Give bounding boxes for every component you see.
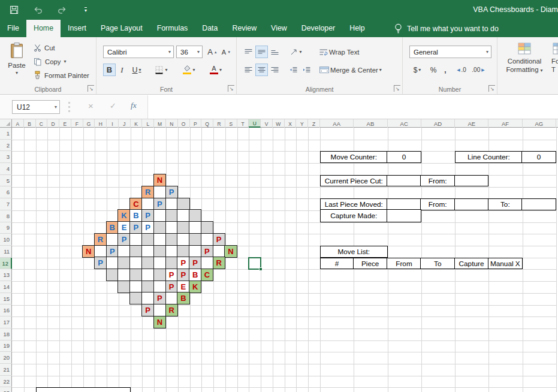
board-cell-r9-c10[interactable]: E bbox=[117, 221, 130, 234]
cell-last-piece-moved-label[interactable]: Last Piece Moved: bbox=[320, 198, 388, 210]
board-cell-r13-c10[interactable] bbox=[117, 269, 130, 281]
cell-move-counter-label[interactable]: Move Counter: bbox=[320, 151, 388, 163]
cell-current-piece-cut-label[interactable]: Current Piece Cut: bbox=[320, 175, 388, 187]
board-cell-r7-c11[interactable]: C bbox=[129, 198, 142, 210]
column-header-R[interactable]: R bbox=[213, 119, 225, 128]
board-cell-r12-c12[interactable] bbox=[141, 257, 154, 269]
board-cell-r14-c14[interactable]: P bbox=[165, 281, 178, 293]
row-header-15[interactable]: 15 bbox=[0, 293, 12, 305]
cell-capture-made-value[interactable] bbox=[387, 209, 421, 222]
row-header-12[interactable]: 12 bbox=[0, 258, 12, 270]
row-header-10[interactable]: 10 bbox=[0, 234, 12, 246]
board-cell-r13-c12[interactable] bbox=[141, 269, 154, 281]
board-cell-r14-c12[interactable] bbox=[141, 281, 154, 293]
board-cell-r11-c10[interactable] bbox=[117, 245, 130, 258]
board-cell-r10-c16[interactable] bbox=[189, 233, 201, 246]
column-header-AC[interactable]: AC bbox=[388, 119, 421, 128]
board-cell-r12-c10[interactable] bbox=[117, 257, 130, 269]
board-cell-r9-c17[interactable] bbox=[201, 221, 213, 234]
board-cell-r8-c12[interactable]: P bbox=[141, 209, 154, 222]
board-cell-r13-c11[interactable] bbox=[129, 269, 142, 281]
cell-line-counter-label[interactable]: Line Counter: bbox=[455, 151, 523, 163]
board-cell-r13-c15[interactable]: P bbox=[177, 269, 189, 281]
column-header-H[interactable]: H bbox=[95, 119, 107, 128]
board-cell-r9-c13[interactable] bbox=[153, 221, 166, 234]
board-cell-r11-c8[interactable] bbox=[94, 245, 107, 258]
board-cell-r8-c13[interactable] bbox=[153, 209, 166, 222]
board-cell-r11-c15[interactable] bbox=[177, 245, 189, 258]
row-header-20[interactable]: 20 bbox=[0, 352, 12, 364]
board-cell-r15-c13[interactable]: P bbox=[153, 292, 166, 304]
column-header-E[interactable]: E bbox=[59, 119, 71, 128]
board-cell-r11-c7[interactable]: N bbox=[82, 245, 95, 258]
row-header-4[interactable]: 4 bbox=[0, 163, 12, 175]
board-cell-r10-c14[interactable] bbox=[165, 233, 178, 246]
row-header-8[interactable]: 8 bbox=[0, 210, 12, 222]
board-cell-r12-c13[interactable] bbox=[153, 257, 166, 269]
column-header-J[interactable]: J bbox=[119, 119, 131, 128]
board-cell-r12-c15[interactable]: P bbox=[177, 257, 189, 269]
column-header-L[interactable]: L bbox=[142, 119, 154, 128]
cell-move-list-header-capture[interactable]: Capture bbox=[454, 258, 489, 270]
board-cell-r14-c15[interactable]: E bbox=[177, 281, 189, 293]
row-header-7[interactable]: 7 bbox=[0, 198, 12, 210]
column-header-C[interactable]: C bbox=[36, 119, 48, 128]
cell-move-list-title[interactable]: Move List: bbox=[320, 246, 388, 258]
cell-line-counter-value[interactable]: 0 bbox=[521, 151, 556, 163]
board-cell-r10-c8[interactable]: R bbox=[94, 233, 107, 246]
board-cell-r10-c10[interactable]: P bbox=[117, 233, 130, 246]
board-cell-r11-c12[interactable] bbox=[141, 245, 154, 258]
cell-move-counter-value[interactable]: 0 bbox=[387, 151, 421, 163]
row-header-3[interactable]: 3 bbox=[0, 151, 12, 163]
board-cell-r9-c14[interactable] bbox=[165, 221, 178, 234]
board-cell-r12-c11[interactable] bbox=[129, 257, 142, 269]
board-cell-r5-c13[interactable]: N bbox=[153, 174, 166, 186]
board-cell-r8-c10[interactable]: K bbox=[117, 209, 130, 222]
board-cell-r7-c13[interactable]: P bbox=[153, 198, 166, 210]
cell-bottom-partial-box[interactable] bbox=[36, 387, 131, 392]
column-header-I[interactable]: I bbox=[107, 119, 119, 128]
column-header-K[interactable]: K bbox=[131, 119, 143, 128]
board-cell-r11-c16[interactable] bbox=[189, 245, 201, 258]
column-header-Q[interactable]: Q bbox=[201, 119, 213, 128]
select-all-corner[interactable] bbox=[0, 119, 12, 128]
board-cell-r8-c16[interactable] bbox=[189, 209, 201, 222]
row-header-13[interactable]: 13 bbox=[0, 269, 12, 281]
row-header-5[interactable]: 5 bbox=[0, 175, 12, 187]
column-header-D[interactable]: D bbox=[47, 119, 59, 128]
column-header-N[interactable]: N bbox=[166, 119, 178, 128]
column-header-AF[interactable]: AF bbox=[488, 119, 522, 128]
board-cell-r11-c9[interactable]: P bbox=[106, 245, 119, 258]
board-cell-r7-c12[interactable] bbox=[141, 198, 154, 210]
board-cell-r9-c12[interactable]: P bbox=[141, 221, 154, 234]
board-cell-r15-c14[interactable] bbox=[165, 292, 178, 304]
board-cell-r7-c14[interactable] bbox=[165, 198, 178, 210]
board-cell-r16-c12[interactable]: P bbox=[141, 304, 154, 316]
cell-last-moved-from-value[interactable] bbox=[454, 198, 489, 210]
row-header-1[interactable]: 1 bbox=[0, 128, 12, 140]
board-cell-r7-c15[interactable] bbox=[177, 198, 189, 210]
fill-handle[interactable] bbox=[259, 267, 263, 271]
board-cell-r10-c13[interactable] bbox=[153, 233, 166, 246]
board-cell-r9-c9[interactable]: B bbox=[106, 221, 119, 234]
row-header-22[interactable]: 22 bbox=[0, 376, 12, 388]
cell-move-list-header-manual-x[interactable]: Manual X bbox=[488, 258, 523, 270]
row-header-23[interactable]: 23 bbox=[0, 387, 12, 392]
board-cell-r11-c13[interactable] bbox=[153, 245, 166, 258]
board-cell-r15-c12[interactable] bbox=[141, 292, 154, 304]
row-header-14[interactable]: 14 bbox=[0, 281, 12, 293]
cell-last-moved-to-label[interactable]: To: bbox=[488, 198, 523, 210]
board-cell-r14-c13[interactable] bbox=[153, 281, 166, 293]
board-cell-r11-c11[interactable] bbox=[129, 245, 142, 258]
column-header-F[interactable]: F bbox=[71, 119, 83, 128]
board-cell-r9-c11[interactable]: P bbox=[129, 221, 142, 234]
board-cell-r6-c13[interactable] bbox=[153, 186, 166, 198]
board-cell-r13-c13[interactable] bbox=[153, 269, 166, 281]
row-header-19[interactable]: 19 bbox=[0, 340, 12, 352]
board-cell-r13-c9[interactable] bbox=[106, 269, 119, 281]
cell-move-list-header-to[interactable]: To bbox=[420, 258, 455, 270]
cell-last-moved-from-label[interactable]: From: bbox=[420, 198, 455, 210]
column-header-Z[interactable]: Z bbox=[308, 119, 320, 128]
column-header-O[interactable]: O bbox=[178, 119, 190, 128]
cell-move-list-header-from[interactable]: From bbox=[387, 258, 421, 270]
